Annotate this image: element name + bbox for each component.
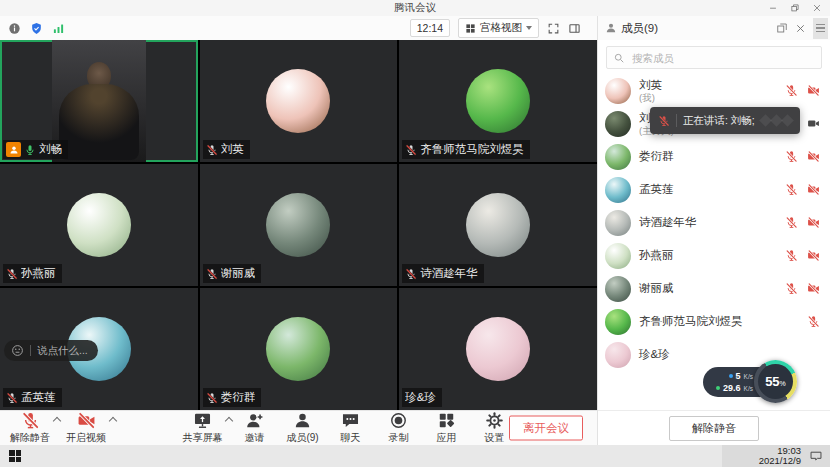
chat-placeholder[interactable]: 说点什么... [37,344,88,358]
camera-off-icon[interactable] [807,216,820,229]
toolbar-label: 邀请 [244,431,264,445]
participant-avatar [466,69,530,133]
toolbar-center-group: 共享屏幕邀请成员(9)聊天录制应用设置 [182,412,510,445]
camera-off-icon[interactable] [807,183,820,196]
video-tile[interactable]: 刘畅 [0,40,198,162]
meeting-info-icon[interactable] [8,22,21,35]
member-row[interactable]: 诗酒趁年华 [598,206,830,239]
toolbar-invite[interactable]: 邀请 [238,412,270,445]
toolbar-unmute[interactable]: 解除静音 [10,412,50,445]
chevron-up-icon[interactable] [225,416,233,424]
participant-name: 诗酒趁年华 [420,266,478,281]
member-row[interactable]: 谢丽威 [598,272,830,305]
minimize-button[interactable] [762,0,784,16]
member-row[interactable]: 孙燕丽 [598,239,830,272]
mic-off-icon[interactable] [785,183,798,196]
leave-meeting-button[interactable]: 离开会议 [509,416,583,441]
participant-avatar [67,193,131,257]
video-tile[interactable]: 娄衍群 [200,288,398,410]
video-tile[interactable]: 诗酒趁年华 [399,164,597,286]
toolbar-members[interactable]: 成员(9) [286,412,318,445]
member-row[interactable]: 刘英(我) [598,74,830,107]
window-titlebar: 腾讯会议 [0,0,830,16]
mic-off-icon[interactable] [785,150,798,163]
video-tile[interactable]: 齐鲁师范马院刘煜昊 [399,40,597,162]
toolbar-start-video[interactable]: 开启视频 [66,412,106,445]
video-tile[interactable]: 刘英 [200,40,398,162]
close-panel-icon[interactable] [795,23,806,34]
notification-icon[interactable] [809,449,823,463]
camera-on-icon[interactable] [807,117,820,130]
chevron-up-icon[interactable] [53,416,61,424]
participant-name-label: 刘英 [203,140,250,159]
participant-name-label: 孙燕丽 [3,264,62,283]
camera-off-icon[interactable] [807,249,820,262]
toolbar-apps[interactable]: 应用 [431,412,463,445]
divider [676,114,677,127]
fullscreen-icon[interactable] [547,22,560,35]
participant-name-label: 娄衍群 [203,388,262,407]
camera-off-icon[interactable] [807,150,820,163]
toolbar-left-group: 解除静音开启视频 [10,412,106,445]
view-mode-dropdown[interactable]: 宫格视图 [458,18,539,38]
participant-avatar [266,69,330,133]
mic-off-icon[interactable] [785,249,798,262]
member-avatar [605,177,631,203]
toolbar-settings[interactable]: 设置 [479,412,511,445]
window-title: 腾讯会议 [394,1,436,15]
participant-name: 娄衍群 [221,390,256,405]
unmute-button[interactable]: 解除静音 [669,416,759,441]
member-status-icons [785,249,820,262]
member-status-icons [785,282,820,295]
toolbar-record[interactable]: 录制 [383,412,415,445]
member-search-box[interactable] [606,46,822,69]
start-button[interactable] [9,450,21,462]
participant-name-label: 诗酒趁年华 [402,264,484,283]
member-names: 齐鲁师范马院刘煜昊 [639,315,743,328]
grid-view-icon [465,23,476,34]
toolbar-chat[interactable]: 聊天 [335,412,367,445]
video-tile[interactable]: 珍&珍 [399,288,597,410]
member-name: 孙燕丽 [639,249,674,262]
quick-chat-bar[interactable]: 说点什么... [4,340,98,361]
member-name: 诗酒趁年华 [639,216,697,229]
member-row[interactable]: 娄衍群 [598,140,830,173]
network-signal-icon[interactable] [52,22,65,35]
toolbar-label: 设置 [485,431,505,445]
camera-off-icon[interactable] [807,84,820,97]
search-input[interactable] [630,51,815,65]
video-tile[interactable]: 谢丽威 [200,164,398,286]
panel-menu-button[interactable] [813,18,828,39]
popout-panel-icon[interactable] [776,22,788,34]
meeting-toolbar: 解除静音开启视频 共享屏幕邀请成员(9)聊天录制应用设置 离开会议 [0,410,597,445]
sidebar-toggle-icon[interactable] [568,22,581,35]
close-window-button[interactable] [806,0,828,16]
toolbar-label: 共享屏幕 [182,431,222,445]
network-monitor-widget[interactable]: 5K/s 29.6K/s 55% [703,360,798,404]
member-avatar [605,342,631,368]
mic-off-icon[interactable] [785,216,798,229]
participant-avatar [266,317,330,381]
camera-off-icon[interactable] [807,282,820,295]
mic-off-icon [206,392,218,404]
security-shield-icon[interactable] [30,22,43,35]
video-tile[interactable]: 孙燕丽 [0,164,198,286]
member-names: 孙燕丽 [639,249,674,262]
member-avatar [605,210,631,236]
member-row[interactable]: 齐鲁师范马院刘煜昊 [598,305,830,338]
toolbar-share-screen[interactable]: 共享屏幕 [182,412,222,445]
mic-off-icon[interactable] [785,282,798,295]
taskbar-clock[interactable]: 19:03 2021/12/9 [759,446,801,466]
panel-header: 成员(9) [598,16,830,40]
mic-off-icon[interactable] [785,84,798,97]
member-row[interactable]: 孟英莲 [598,173,830,206]
member-avatar [605,78,631,104]
chevron-up-icon[interactable] [109,416,117,424]
restore-button[interactable] [784,0,806,16]
emoji-icon[interactable] [11,344,24,357]
view-controls: 12:14 宫格视图 [410,18,589,38]
member-names: 诗酒趁年华 [639,216,697,229]
meeting-statusbar: 12:14 宫格视图 [0,16,597,40]
member-names: 刘英(我) [639,79,662,103]
mic-off-icon[interactable] [807,315,820,328]
